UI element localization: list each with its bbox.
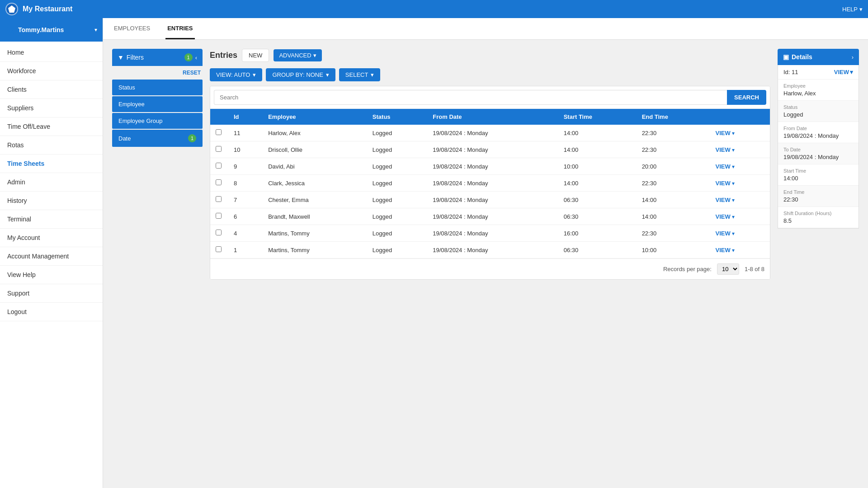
details-employee-field: Employee Harlow, Alex (778, 80, 859, 101)
filter-employee[interactable]: Employee (112, 96, 203, 112)
row-view-button[interactable]: VIEW (716, 247, 731, 253)
row-view-button[interactable]: VIEW (716, 130, 731, 136)
advanced-button[interactable]: ADVANCED ▾ (274, 49, 321, 61)
row-checkbox-cell (210, 225, 228, 242)
chevron-down-icon: ▾ (313, 52, 316, 59)
details-view-link[interactable]: VIEW ▾ (834, 69, 853, 75)
sidebar-item-suppliers[interactable]: Suppliers (0, 99, 103, 117)
sidebar-item-timesheets[interactable]: Time Sheets (0, 155, 103, 173)
row-checkbox[interactable] (216, 196, 222, 202)
sidebar-item-clients[interactable]: Clients (0, 80, 103, 99)
help-button[interactable]: HELP ▾ (842, 6, 863, 13)
sidebar-item-logout[interactable]: Logout (0, 303, 103, 321)
details-header[interactable]: ▣ Details › (778, 49, 859, 65)
sidebar-item-home[interactable]: Home (0, 43, 103, 62)
table-row: 11 Harlow, Alex Logged 19/08/2024 : Mond… (210, 125, 770, 141)
sidebar-item-terminal[interactable]: Terminal (0, 210, 103, 229)
row-checkbox[interactable] (216, 179, 222, 185)
records-per-page-select[interactable]: 10 25 50 (717, 263, 739, 275)
details-panel: ▣ Details › Id: 11 VIEW ▾ Employee (778, 49, 859, 479)
table-area: Entries NEW ADVANCED ▾ VIEW: AUTO ▾ GROU… (210, 49, 770, 479)
details-shift-duration-value: 8.5 (783, 217, 853, 224)
row-employee: Martins, Tommy (263, 242, 367, 258)
row-view-chevron[interactable]: ▾ (732, 147, 735, 153)
row-view-button[interactable]: VIEW (716, 163, 731, 170)
filter-reset-button[interactable]: RESET (112, 66, 203, 80)
tab-entries[interactable]: ENTRIES (165, 19, 194, 39)
row-checkbox[interactable] (216, 163, 222, 169)
row-checkbox-cell (210, 208, 228, 225)
sidebar-item-timeoff[interactable]: Time Off/Leave (0, 117, 103, 136)
col-employee: Employee (263, 109, 367, 125)
row-id: 10 (228, 141, 263, 158)
details-status-label: Status (783, 104, 853, 110)
row-checkbox[interactable] (216, 129, 222, 135)
row-view-button[interactable]: VIEW (716, 230, 731, 237)
row-start-time: 06:30 (558, 208, 637, 225)
row-status: Logged (367, 225, 427, 242)
row-employee: David, Abi (263, 158, 367, 175)
filter-employee-group[interactable]: Employee Group (112, 113, 203, 129)
row-view-chevron[interactable]: ▾ (732, 164, 735, 170)
row-checkbox-cell (210, 141, 228, 158)
row-checkbox[interactable] (216, 213, 222, 219)
row-end-time: 22:30 (637, 175, 710, 192)
app-title: My Restaurant (23, 5, 72, 13)
sidebar-item-accountmanagement[interactable]: Account Management (0, 247, 103, 266)
row-checkbox-cell (210, 175, 228, 192)
filter-status[interactable]: Status (112, 80, 203, 95)
row-view-button[interactable]: VIEW (716, 146, 731, 153)
filter-date[interactable]: Date 1 (112, 130, 203, 147)
sidebar-item-rotas[interactable]: Rotas (0, 136, 103, 155)
app-logo (5, 3, 18, 15)
row-checkbox[interactable] (216, 230, 222, 235)
details-from-date-field: From Date 19/08/2024 : Monday (778, 122, 859, 143)
view-auto-button[interactable]: VIEW: AUTO ▾ (210, 68, 262, 81)
table-row: 8 Clark, Jessica Logged 19/08/2024 : Mon… (210, 175, 770, 192)
row-view-chevron[interactable]: ▾ (732, 247, 735, 253)
sidebar-item-history[interactable]: History (0, 192, 103, 210)
row-from-date: 19/08/2024 : Monday (427, 125, 558, 141)
row-from-date: 19/08/2024 : Monday (427, 158, 558, 175)
sidebar-item-viewhelp[interactable]: View Help (0, 266, 103, 284)
select-button[interactable]: SELECT ▾ (339, 68, 381, 81)
row-checkbox[interactable] (216, 246, 222, 252)
row-id: 9 (228, 158, 263, 175)
row-view-chevron[interactable]: ▾ (732, 197, 735, 203)
table-row: 10 Driscoll, Ollie Logged 19/08/2024 : M… (210, 141, 770, 158)
sidebar-item-support[interactable]: Support (0, 284, 103, 303)
details-id: Id: 11 (783, 69, 798, 75)
search-input[interactable] (214, 90, 727, 105)
topbar: My Restaurant HELP ▾ (0, 0, 868, 18)
col-actions (710, 109, 770, 125)
details-start-time-label: Start Time (783, 168, 853, 174)
sidebar-username: Tommy.Martins (18, 26, 64, 33)
row-employee: Brandt, Maxwell (263, 208, 367, 225)
sidebar-item-admin[interactable]: Admin (0, 173, 103, 192)
group-by-button[interactable]: GROUP BY: NONE ▾ (266, 68, 335, 81)
row-view-button[interactable]: VIEW (716, 180, 731, 187)
row-view-button[interactable]: VIEW (716, 213, 731, 220)
sidebar-item-myaccount[interactable]: My Account (0, 229, 103, 247)
sidebar-user[interactable]: 👤 Tommy.Martins ▾ (0, 18, 103, 42)
details-end-time-value: 22:30 (783, 196, 853, 203)
row-view-chevron[interactable]: ▾ (732, 180, 735, 187)
content: EMPLOYEES ENTRIES ▼ Filters 1 ‹ RESET (103, 18, 868, 488)
row-view-button[interactable]: VIEW (716, 197, 731, 203)
row-view-chevron[interactable]: ▾ (732, 130, 735, 136)
row-checkbox[interactable] (216, 146, 222, 152)
filter-header[interactable]: ▼ Filters 1 ‹ (112, 49, 203, 66)
new-button[interactable]: NEW (242, 49, 269, 62)
tab-employees[interactable]: EMPLOYEES (112, 19, 152, 39)
search-button[interactable]: SEARCH (727, 90, 766, 105)
row-from-date: 19/08/2024 : Monday (427, 208, 558, 225)
row-status: Logged (367, 125, 427, 141)
row-employee: Harlow, Alex (263, 125, 367, 141)
details-to-date-label: To Date (783, 147, 853, 152)
row-actions: VIEW ▾ (710, 192, 770, 208)
chevron-right-icon: › (852, 54, 854, 61)
chevron-down-icon: ▾ (326, 71, 329, 78)
row-view-chevron[interactable]: ▾ (732, 230, 735, 237)
sidebar-item-workforce[interactable]: Workforce (0, 62, 103, 80)
row-view-chevron[interactable]: ▾ (732, 214, 735, 220)
